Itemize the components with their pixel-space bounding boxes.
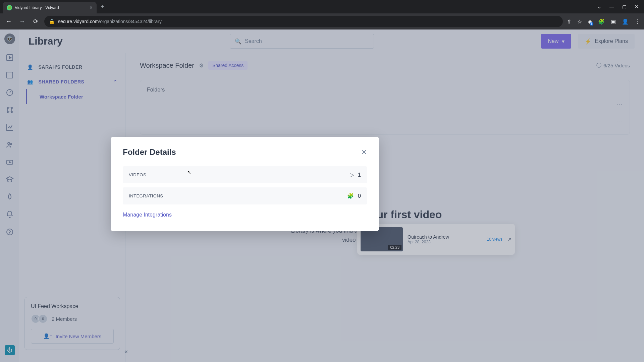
tab-close-icon[interactable]: × (90, 5, 93, 11)
profile-icon[interactable]: 👤 (622, 18, 629, 25)
url-text: secure.vidyard.com/organizations/3454324… (58, 19, 558, 24)
browser-tab[interactable]: 🟢 Vidyard Library - Vidyard × (3, 2, 97, 13)
nav-back-icon[interactable]: ← (4, 18, 13, 25)
extension-icon[interactable]: ◆1 (588, 18, 592, 25)
stat-value: 0 (358, 193, 361, 199)
folder-details-modal: Folder Details ✕ VIDEOS ▷ 1 INTEGRATIONS… (111, 137, 379, 231)
manage-integrations-link[interactable]: Manage Integrations (123, 212, 172, 218)
tabs-dropdown-icon[interactable]: ⌄ (597, 4, 601, 9)
play-icon: ▷ (350, 172, 354, 178)
browser-url-bar: ← → ⟳ 🔒 secure.vidyard.com/organizations… (0, 13, 644, 29)
tab-favicon-icon: 🟢 (7, 5, 12, 10)
stat-videos: VIDEOS ▷ 1 (123, 166, 367, 183)
tab-title: Vidyard Library - Vidyard (15, 5, 87, 10)
lock-icon: 🔒 (49, 19, 55, 24)
new-tab-button[interactable]: + (101, 3, 104, 10)
minimize-icon[interactable]: — (609, 4, 614, 9)
maximize-icon[interactable]: ▢ (622, 4, 627, 9)
sidepanel-icon[interactable]: ▣ (611, 18, 616, 25)
extensions-icon[interactable]: 🧩 (598, 18, 605, 25)
stat-value: 1 (358, 172, 361, 178)
puzzle-icon: 🧩 (347, 193, 354, 199)
modal-title: Folder Details (123, 147, 176, 157)
stat-label: VIDEOS (129, 172, 146, 177)
browser-tab-bar: 🟢 Vidyard Library - Vidyard × + ⌄ — ▢ ✕ (0, 0, 644, 13)
menu-icon[interactable]: ⋮ (635, 18, 640, 25)
nav-forward-icon[interactable]: → (17, 18, 27, 25)
bookmark-icon[interactable]: ☆ (577, 18, 582, 25)
url-input[interactable]: 🔒 secure.vidyard.com/organizations/34543… (44, 16, 563, 27)
nav-reload-icon[interactable]: ⟳ (31, 18, 40, 25)
close-icon[interactable]: ✕ (361, 148, 367, 156)
stat-label: INTEGRATIONS (129, 193, 163, 198)
close-window-icon[interactable]: ✕ (635, 4, 639, 9)
stat-integrations: INTEGRATIONS 🧩 0 (123, 187, 367, 204)
share-icon[interactable]: ⇪ (567, 18, 571, 25)
